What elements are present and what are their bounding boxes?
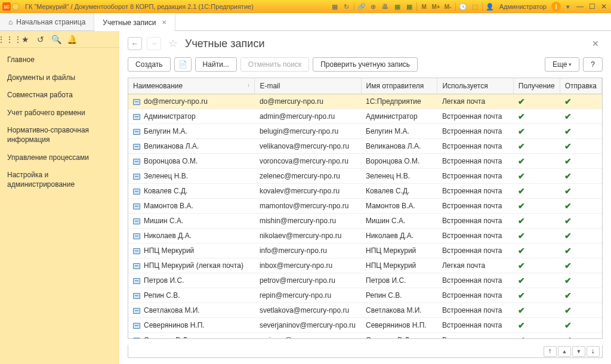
create-copy-button[interactable]: 📄 xyxy=(174,57,192,72)
tabs-row: ⌂ Начальная страница Учетные записи ✕ xyxy=(0,13,611,31)
bell-icon[interactable]: 🔔 xyxy=(67,35,76,44)
info-icon[interactable]: i xyxy=(551,2,561,11)
find-button[interactable]: Найти... xyxy=(195,57,237,72)
mail-account-icon xyxy=(133,263,140,269)
back-nav-icon[interactable]: ⬚ xyxy=(470,2,480,11)
scroll-up-button[interactable]: ▲ xyxy=(558,346,571,357)
calendar2-icon[interactable]: ▦ xyxy=(405,2,414,11)
check-icon: ✔ xyxy=(564,246,572,255)
tab-home-label: Начальная страница xyxy=(16,18,85,26)
column-header-recv[interactable]: Получение xyxy=(513,78,560,94)
check-icon: ✔ xyxy=(518,141,525,151)
refresh-icon[interactable]: ↻ xyxy=(342,2,351,11)
check-icon: ✔ xyxy=(564,97,572,106)
check-icon: ✔ xyxy=(518,156,525,166)
tab-home[interactable]: ⌂ Начальная страница xyxy=(0,13,94,30)
table-row[interactable]: Мамонтов В.А.mamontov@mercury-npo.ruМамо… xyxy=(128,199,602,214)
check-icon: ✔ xyxy=(564,320,572,330)
mail-account-icon xyxy=(133,308,140,314)
column-header-name[interactable]: Наименование↓ xyxy=(128,78,255,94)
table-row[interactable]: Ковалев С.Д.kovalev@mercury-npo.ruКовале… xyxy=(128,184,602,199)
column-header-sender[interactable]: Имя отправителя xyxy=(361,78,437,94)
table-row[interactable]: Белугин М.А.belugin@mercury-npo.ruБелуги… xyxy=(128,124,602,139)
app-icon: 1C xyxy=(2,2,11,11)
title-bar: 1C ГК "Меркурий" / Документооборот 8 КОР… xyxy=(0,0,611,13)
scroll-top-button[interactable]: ⤒ xyxy=(544,346,557,357)
check-icon: ✔ xyxy=(518,320,525,330)
more-button[interactable]: Еще xyxy=(545,57,579,72)
m-button[interactable]: M xyxy=(419,2,429,11)
create-button[interactable]: Создать xyxy=(128,57,171,72)
dropdown-icon[interactable]: ▾ xyxy=(563,2,573,11)
link-icon[interactable]: 🔗 xyxy=(357,2,366,11)
nav-forward-button[interactable]: → xyxy=(147,37,161,50)
tab-accounts[interactable]: Учетные записи ✕ xyxy=(94,13,175,30)
history-icon[interactable]: ↺ xyxy=(36,35,45,44)
sidebar-item-3[interactable]: Учет рабочего времени xyxy=(0,104,119,122)
sidebar-item-4[interactable]: Нормативно-справочная информация xyxy=(0,122,119,149)
mail-account-icon xyxy=(133,293,140,299)
table-row[interactable]: Зеленец Н.В.zelenec@mercury-npo.ruЗелене… xyxy=(128,169,602,184)
table-row[interactable]: Репин С.В.repin@mercury-npo.ruРепин С.В.… xyxy=(128,288,602,303)
favorite-icon[interactable]: ⊕ xyxy=(369,2,378,11)
table-row[interactable]: Великанова Л.А.velikanova@mercury-npo.ru… xyxy=(128,139,602,154)
mail-account-icon xyxy=(133,99,140,105)
check-icon: ✔ xyxy=(564,112,572,121)
check-icon: ✔ xyxy=(518,201,525,211)
table-row[interactable]: Светлакова М.И.svetlakova@mercury-npo.ru… xyxy=(128,303,602,318)
sidebar-item-5[interactable]: Управление процессами xyxy=(0,149,119,167)
grid-icon[interactable]: ▦ xyxy=(330,2,340,11)
mail-account-icon xyxy=(133,159,140,165)
print-icon[interactable]: 🖶 xyxy=(381,2,390,11)
table-row[interactable]: НПЦ Меркурий (легкая почта)inbox@mercury… xyxy=(128,258,602,273)
check-icon: ✔ xyxy=(518,97,525,106)
search-icon[interactable]: 🔍 xyxy=(51,35,61,44)
table-row[interactable]: НПЦ Меркурийinfo@mercury-npo.ruНПЦ Мерку… xyxy=(128,243,602,258)
sidebar-item-2[interactable]: Совместная работа xyxy=(0,87,119,104)
table-row[interactable]: Воронцова О.М.voroncova@mercury-npo.ruВо… xyxy=(128,154,602,169)
check-icon: ✔ xyxy=(564,141,572,151)
table-row[interactable]: Николаев Д.А.nikolaev@mercury-npo.ruНико… xyxy=(128,229,602,243)
sidebar-item-0[interactable]: Главное xyxy=(0,51,119,69)
scroll-down-button[interactable]: ▼ xyxy=(572,346,585,357)
close-window-button[interactable]: ✕ xyxy=(599,2,609,11)
column-header-send[interactable]: Отправка xyxy=(560,78,601,94)
star-icon[interactable]: ★ xyxy=(20,35,30,44)
calendar-icon[interactable]: ▦ xyxy=(393,2,402,11)
check-icon: ✔ xyxy=(518,306,525,315)
column-header-used[interactable]: Используется xyxy=(437,78,513,94)
menu-icon[interactable]: ⋮⋮⋮ xyxy=(5,35,14,44)
window-indicator xyxy=(12,3,19,10)
scroll-bottom-button[interactable]: ⤓ xyxy=(587,346,600,357)
table-row[interactable]: do@mercury-npo.rudo@mercury-npo.ru1С:Пре… xyxy=(128,94,602,109)
table-row[interactable]: Мишин С.А.mishin@mercury-npo.ruМишин С.А… xyxy=(128,214,602,229)
check-icon: ✔ xyxy=(518,231,525,240)
check-icon: ✔ xyxy=(564,335,572,339)
clock-icon[interactable]: 🕓 xyxy=(458,2,468,11)
m-minus-button[interactable]: M- xyxy=(443,2,453,11)
window-title: ГК "Меркурий" / Документооборот 8 КОРП, … xyxy=(25,3,330,10)
check-icon: ✔ xyxy=(518,261,525,270)
check-icon: ✔ xyxy=(564,186,572,196)
sidebar-item-1[interactable]: Документы и файлы xyxy=(0,69,119,87)
check-account-button[interactable]: Проверить учетную запись xyxy=(313,57,418,72)
help-button[interactable]: ? xyxy=(583,57,603,72)
sidebar-item-6[interactable]: Настройка и администрирование xyxy=(0,166,119,193)
table-row[interactable]: Северянинов Н.П.severjaninov@mercury-npo… xyxy=(128,318,602,333)
nav-back-button[interactable]: ← xyxy=(128,37,142,50)
maximize-button[interactable]: ☐ xyxy=(587,2,597,11)
check-icon: ✔ xyxy=(518,291,525,300)
accounts-table: Наименование↓ E-mail Имя отправителя Исп… xyxy=(128,78,603,339)
favorite-page-button[interactable]: ☆ xyxy=(168,37,178,50)
minimize-button[interactable]: — xyxy=(575,2,585,11)
m-plus-button[interactable]: M+ xyxy=(431,2,441,11)
table-row[interactable]: Смирнов В.Д.smirnov@mercury-npo.ruСмирно… xyxy=(128,333,602,340)
mail-account-icon xyxy=(133,233,140,239)
tab-close-icon[interactable]: ✕ xyxy=(162,19,166,26)
table-row[interactable]: Администраторadmin@mercury-npo.ruАдминис… xyxy=(128,109,602,124)
table-row[interactable]: Петров И.С.petrov@mercury-npo.ruПетров И… xyxy=(128,273,602,288)
check-icon: ✔ xyxy=(564,156,572,166)
close-page-button[interactable]: ✕ xyxy=(588,39,603,48)
mail-account-icon xyxy=(133,114,140,120)
column-header-email[interactable]: E-mail xyxy=(255,78,361,94)
